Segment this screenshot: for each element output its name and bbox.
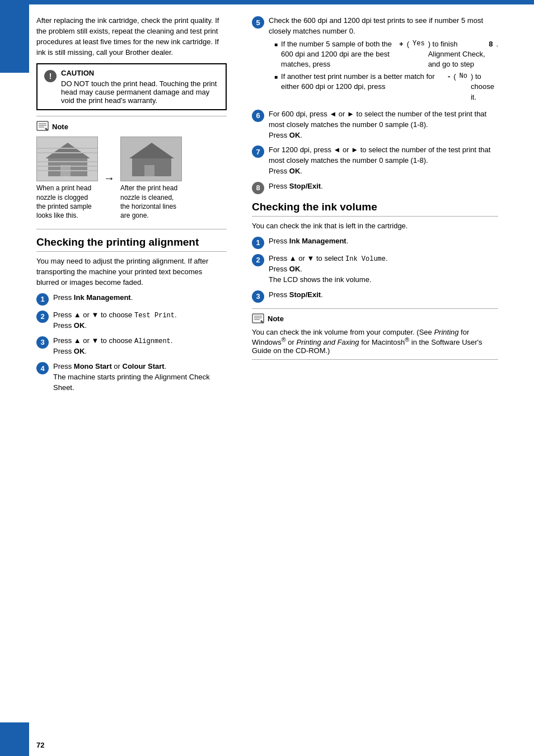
ink-step-3: 3 Press Stop/Exit.	[252, 290, 498, 303]
caption-good: After the print head nozzle is cleaned, …	[120, 184, 182, 220]
image-good-container: After the print head nozzle is cleaned, …	[120, 137, 182, 220]
right-step-8-circle: 8	[252, 182, 264, 194]
right-step-7: 7 For 1200 dpi, press ◄ or ► to select t…	[252, 145, 498, 177]
section1-intro: You may need to adjust the printing alig…	[36, 256, 227, 288]
right-step-6: 6 For 600 dpi, press ◄ or ► to select th…	[252, 109, 498, 141]
right-step-6-circle: 6	[252, 110, 264, 122]
right-step-7-text: For 1200 dpi, press ◄ or ► to select the…	[269, 145, 498, 177]
step-1: 1 Press Ink Management.	[36, 293, 227, 306]
intro-paragraph: After replacing the ink cartridge, check…	[36, 16, 227, 58]
section2-intro: You can check the ink that is left in th…	[252, 221, 498, 232]
caution-text: DO NOT touch the print head. Touching th…	[61, 79, 219, 105]
step-2-text: Press ▲ or ▼ to choose Test Print.Press …	[53, 310, 227, 331]
step-4: 4 Press Mono Start or Colour Start. The …	[36, 361, 227, 393]
step-1-text: Press Ink Management.	[53, 293, 227, 303]
caution-icon: !	[44, 70, 57, 82]
page-number: 72	[36, 741, 44, 749]
right-step-8: 8 Press Stop/Exit.	[252, 181, 498, 194]
step-3-circle: 3	[36, 336, 49, 349]
step-5-bullets: If the number 5 sample of both the 600 d…	[269, 39, 498, 102]
left-column: After replacing the ink cartridge, check…	[0, 10, 241, 756]
step-3-text: Press ▲ or ▼ to choose Alignment.Press O…	[53, 336, 227, 357]
blue-tab-top	[0, 0, 29, 73]
ink-step-2: 2 Press ▲ or ▼ to select Ink Volume. Pre…	[252, 253, 498, 285]
right-step-5: 5 Check the 600 dpi and 1200 dpi test pr…	[252, 16, 498, 105]
image-bad-container: When a print head nozzle is clogged the …	[36, 137, 98, 220]
note-text-2: You can check the ink volume from your c…	[252, 328, 498, 355]
note-box: Note	[36, 116, 227, 229]
note-icon	[36, 121, 49, 132]
right-step-8-text: Press Stop/Exit.	[269, 181, 498, 192]
note-icon-2	[252, 313, 264, 325]
step-2: 2 Press ▲ or ▼ to choose Test Print.Pres…	[36, 310, 227, 331]
right-column: 5 Check the 600 dpi and 1200 dpi test pr…	[241, 10, 515, 756]
note-title-2: Note	[268, 314, 284, 323]
bullet-1: If the number 5 sample of both the 600 d…	[274, 39, 498, 70]
section1-heading: Checking the printing alignment	[36, 236, 227, 252]
step-2-circle: 2	[36, 311, 49, 323]
content-area: After replacing the ink cartridge, check…	[0, 4, 534, 756]
ink-step-2-text: Press ▲ or ▼ to select Ink Volume. Press…	[269, 253, 498, 285]
caution-box: ! CAUTION DO NOT touch the print head. T…	[36, 63, 227, 110]
step-4-text: Press Mono Start or Colour Start. The ma…	[53, 361, 227, 393]
top-bar	[0, 0, 534, 4]
step-3: 3 Press ▲ or ▼ to choose Alignment.Press…	[36, 336, 227, 357]
ink-step-1-text: Press Ink Management.	[269, 236, 498, 247]
caption-bad: When a print head nozzle is clogged the …	[36, 184, 98, 220]
note-header: Note	[36, 121, 227, 132]
caution-content: CAUTION DO NOT touch the print head. Tou…	[61, 69, 219, 105]
image-bad	[36, 137, 98, 181]
step-1-circle: 1	[36, 293, 49, 306]
image-good	[120, 137, 182, 181]
note-title: Note	[52, 123, 68, 131]
note-header-2: Note	[252, 313, 498, 325]
ink-step-3-circle: 3	[252, 290, 264, 303]
right-step-5-circle: 5	[252, 16, 264, 29]
ink-step-1-circle: 1	[252, 237, 264, 249]
page-container: After replacing the ink cartridge, check…	[0, 0, 534, 756]
ink-step-1: 1 Press Ink Management.	[252, 236, 498, 249]
caution-title: CAUTION	[61, 69, 219, 77]
bullet-2: If another test print number is a better…	[274, 72, 498, 102]
svg-rect-16	[144, 165, 154, 176]
right-step-5-text: Check the 600 dpi and 1200 dpi test prin…	[269, 16, 498, 105]
blue-tab-bottom	[0, 722, 29, 756]
right-step-6-text: For 600 dpi, press ◄ or ► to select the …	[269, 109, 498, 141]
arrow-right: →	[104, 172, 115, 185]
ink-step-3-text: Press Stop/Exit.	[269, 290, 498, 300]
section2-heading: Checking the ink volume	[252, 201, 498, 217]
step-4-circle: 4	[36, 362, 49, 374]
ink-step-2-circle: 2	[252, 254, 264, 266]
note-box-2: Note You can check the ink volume from y…	[252, 308, 498, 360]
note-images: When a print head nozzle is clogged the …	[36, 137, 227, 220]
right-step-7-circle: 7	[252, 145, 264, 158]
